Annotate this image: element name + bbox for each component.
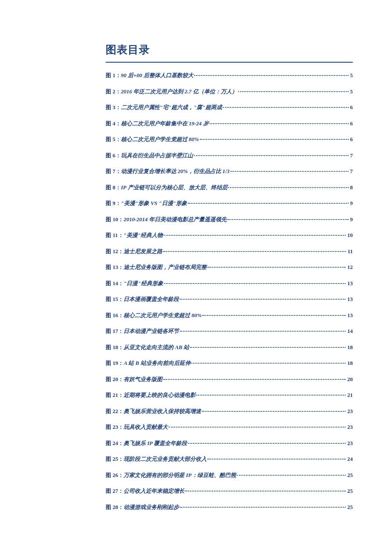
toc-entry-page: 18: [347, 359, 353, 367]
toc-entry-page: 5: [350, 87, 353, 96]
toc-entry-page: 25: [347, 471, 353, 480]
toc-entry-prefix: 图 12：: [106, 247, 124, 256]
toc-entry-prefix: 图 11：: [106, 231, 124, 240]
toc-entry-dots: [163, 251, 346, 252]
toc-entry-label: 动漫行业复合增长率达 20%，衍生品占比 1/3: [121, 167, 230, 176]
toc-entry-prefix: 图 15：: [106, 295, 124, 304]
toc-entry-label: 核心二次元用户学生党超过 80%: [124, 311, 202, 320]
toc-entry-dots: [228, 219, 349, 220]
toc-entry-label: IP 产业链可以分为核心层、放大层、终结层: [121, 183, 228, 192]
toc-entry-prefix: 图 14：: [106, 279, 124, 288]
toc-entry-dots: [188, 203, 348, 204]
toc-item: 图 5：核心二次元用户学生党超过 80%6: [106, 135, 353, 144]
toc-item: 图 17：日本动漫产业链各环节14: [106, 327, 353, 335]
toc-entry-page: 25: [347, 503, 353, 512]
toc-entry-label: 从亚文化走向主流的 AB 站: [124, 343, 189, 352]
toc-entry-page: 9: [350, 215, 353, 224]
toc-entry-dots: [208, 267, 346, 268]
toc-entry-prefix: 图 20：: [106, 375, 124, 384]
toc-entry-prefix: 图 7：: [106, 167, 121, 176]
toc-item: 图 4：核心二次元用户年龄集中在 19-24 岁6: [106, 119, 353, 128]
toc-entry-label: 90 后+00 后整体人口基数较大: [121, 71, 193, 80]
toc-entry-page: 10: [347, 231, 353, 240]
toc-entry-label: 日本漫画覆盖全年龄段: [124, 295, 179, 304]
toc-entry-page: 25: [347, 487, 353, 495]
toc-entry-label: 2016 年泛二次元用户达到 2.7 亿（单位：万人）: [121, 87, 237, 96]
toc-entry-dots: [223, 107, 349, 108]
toc-item: 图 24：奥飞娱乐 IP 覆盖全年龄段23: [106, 439, 353, 448]
toc-entry-label: 核心二次元用户年龄集中在 19-24 岁: [121, 119, 209, 128]
toc-entry-dots: [180, 299, 346, 300]
toc-item: 图 18：从亚文化走向主流的 AB 站18: [106, 343, 353, 352]
toc-entry-prefix: 图 24：: [106, 439, 124, 448]
page-container: 图表目录 图 1：90 后+00 后整体人口基数较大5图 2：2016 年泛二次…: [0, 0, 392, 544]
toc-entry-page: 23: [347, 439, 353, 448]
toc-entry-page: 7: [350, 167, 353, 176]
toc-title: 图表目录: [106, 43, 353, 57]
toc-entry-prefix: 图 27：: [106, 487, 124, 495]
toc-entry-dots: [231, 171, 349, 172]
toc-entry-prefix: 图 13：: [106, 263, 124, 272]
toc-item: 图 13：迪士尼业务版图，产业链布局完整12: [106, 263, 353, 272]
toc-entry-dots: [210, 123, 349, 124]
toc-entry-prefix: 图 26：: [106, 471, 124, 480]
toc-item: 图 6：玩具在衍生品中占据半壁江山7: [106, 151, 353, 160]
toc-entry-page: 12: [347, 263, 353, 272]
toc-entry-prefix: 图 1：: [106, 71, 121, 80]
toc-entry-dots: [190, 347, 346, 348]
toc-entry-label: 万家文化拥有的部分明星 IP：绿豆蛙、酷巴熊: [124, 471, 236, 480]
toc-entry-prefix: 图 16：: [106, 311, 124, 320]
toc-entry-dots: [238, 91, 349, 92]
toc-entry-label: 玩具在衍生品中占据半壁江山: [121, 151, 193, 160]
toc-item: 图 10：2010-2014 年日美动漫电影总产量遥遥领先9: [106, 215, 353, 224]
toc-entry-dots: [185, 491, 346, 491]
toc-entry-label: 迪士尼发展之路: [124, 247, 162, 256]
toc-item: 图 21：近期将要上映的良心动漫电影21: [106, 391, 353, 399]
toc-entry-label: 现阶段二次元业务贡献大部分收入: [124, 455, 207, 463]
toc-entry-label: 玩具收入贡献最大: [124, 423, 168, 431]
toc-entry-dots: [194, 75, 349, 76]
toc-entry-prefix: 图 19：: [106, 359, 124, 367]
toc-entry-dots: [163, 379, 346, 380]
toc-entry-dots: [188, 443, 346, 444]
toc-item: 图 14："日漫"经典形象13: [106, 279, 353, 288]
toc-item: 图 7：动漫行业复合增长率达 20%，衍生品占比 1/37: [106, 167, 353, 176]
toc-entry-prefix: 图 3：: [106, 103, 121, 112]
toc-item: 图 8：IP 产业链可以分为核心层、放大层、终结层8: [106, 183, 353, 192]
toc-entry-label: "美漫"形象 VS "日漫"形象: [121, 199, 187, 208]
toc-entry-prefix: 图 28：: [106, 503, 124, 512]
toc-entry-dots: [194, 155, 349, 156]
toc-entry-page: 14: [347, 327, 353, 335]
toc-entry-page: 6: [350, 135, 353, 144]
toc-entry-prefix: 图 22：: [106, 407, 124, 416]
toc-entry-prefix: 图 8：: [106, 183, 121, 192]
toc-item: 图 26：万家文化拥有的部分明星 IP：绿豆蛙、酷巴熊25: [106, 471, 353, 480]
toc-entry-prefix: 图 4：: [106, 119, 121, 128]
toc-entry-label: 公司收入近年来稳定增长: [124, 487, 184, 495]
toc-entry-dots: [208, 459, 346, 460]
toc-item: 图 1：90 后+00 后整体人口基数较大5: [106, 71, 353, 80]
toc-item: 图 22：奥飞娱乐营业收入保持较高增速23: [106, 407, 353, 416]
toc-entry-dots: [200, 139, 349, 140]
title-underline: [106, 62, 353, 63]
toc-entry-prefix: 图 10：: [106, 215, 124, 224]
toc-entry-page: 7: [350, 151, 353, 160]
toc-entry-dots: [180, 331, 346, 332]
toc-item: 图 19：A 站 B 站业务向前向后延伸18: [106, 359, 353, 367]
toc-entry-page: 23: [347, 423, 353, 431]
toc-entry-dots: [164, 235, 346, 236]
toc-entry-label: 核心二次元用户学生党超过 80%: [121, 135, 199, 144]
toc-entry-page: 20: [347, 375, 353, 384]
toc-entry-dots: [180, 507, 346, 508]
toc-entry-dots: [202, 411, 346, 412]
toc-entry-label: "日漫"经典形象: [124, 279, 163, 288]
toc-entry-label: 奥飞娱乐营业收入保持较高增速: [124, 407, 201, 416]
toc-entry-dots: [237, 475, 346, 476]
toc-entry-label: 奥飞娱乐 IP 覆盖全年龄段: [124, 439, 187, 448]
toc-entry-page: 13: [347, 311, 353, 320]
toc-entry-page: 13: [347, 295, 353, 304]
toc-entry-prefix: 图 2：: [106, 87, 121, 96]
toc-entry-page: 23: [347, 407, 353, 416]
toc-item: 图 20：有妖气业务版图20: [106, 375, 353, 384]
toc-item: 图 28：动漫游戏业务刚刚起步25: [106, 503, 353, 512]
